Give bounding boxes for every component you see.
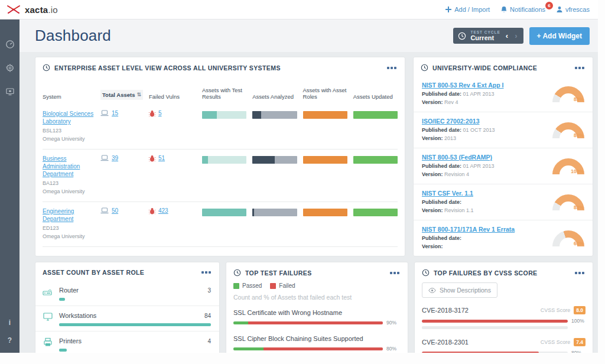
test-results-bar — [202, 111, 246, 119]
col-analyzed: Assets Analyzed — [252, 93, 297, 100]
updated-bar — [353, 111, 398, 119]
asset-role-row: Printers4 — [35, 332, 219, 353]
compliance-gauge: 83% — [552, 86, 584, 102]
standard-link[interactable]: NIST 800-171/171A Rev 1 Errata — [422, 226, 515, 233]
vuln-bug-icon — [149, 110, 155, 117]
bell-icon — [500, 6, 508, 13]
plus-icon — [445, 6, 452, 13]
clock-icon — [233, 269, 241, 277]
cvss-score-badge: 8.0 — [574, 306, 586, 314]
widget-menu-button[interactable] — [200, 270, 212, 275]
table-row: Engineering Department ED123 Omega Unive… — [43, 202, 398, 247]
standard-link[interactable]: NIST 800-53 (FedRAMP) — [422, 154, 495, 161]
compliance-item: NIST 800-171/171A Rev 1 Errata Published… — [414, 220, 593, 256]
widget-title: ASSET COUNT BY ASSET ROLE — [43, 269, 144, 276]
asset-role-row: Workstations84 — [35, 306, 219, 332]
show-descriptions-button[interactable]: Show Descriptions — [422, 282, 497, 298]
compliance-widget: UNIVERSITY-WIDE COMPLIANCE NIST 800-53 R… — [413, 57, 593, 256]
widget-title: TOP TEST FAILURES — [245, 269, 312, 277]
widget-menu-button[interactable] — [389, 271, 401, 275]
compliance-item: NIST 800-53 (FedRAMP) Published date: 01… — [414, 148, 593, 184]
failed-vulns-link[interactable]: 423 — [158, 207, 168, 214]
roles-bar — [303, 156, 347, 164]
test-results-bar — [202, 209, 246, 216]
clock-icon — [422, 269, 430, 277]
test-cycle-label: TEST CYCLE — [470, 30, 500, 34]
system-link[interactable]: Engineering Department — [43, 207, 95, 223]
widget-title: ENTERPRISE ASSET LEVEL VIEW ACROSS ALL U… — [54, 64, 281, 72]
test-cycle-value: Current — [470, 34, 500, 41]
test-cycle-prev-button[interactable]: ‹ — [505, 31, 509, 40]
laptop-icon — [100, 155, 109, 161]
system-link[interactable]: Business Administration Department — [43, 155, 95, 178]
page-bar: Dashboard TEST CYCLE Current ‹ › + Add W… — [19, 20, 598, 52]
asset-count-bar — [59, 298, 211, 301]
compliance-item: ISO/IEC 27002:2013 Published date: 01 OC… — [414, 112, 593, 148]
asset-monitor-icon[interactable] — [5, 87, 15, 96]
updated-bar — [353, 156, 398, 164]
total-assets-link[interactable]: 50 — [112, 207, 118, 214]
roles-bar — [303, 209, 347, 216]
asset-count-bar — [59, 349, 211, 352]
cvss-row: CVE-2018-2301 CVSS Score7.4 80% — [422, 338, 586, 353]
main-area: Dashboard TEST CYCLE Current ‹ › + Add W… — [19, 20, 598, 353]
notifications-link[interactable]: Notifications 6 — [500, 6, 545, 13]
app-window: xacta.io Add / Import Notifications 6 vf… — [0, 0, 598, 353]
sort-icon: ⇅ — [136, 92, 141, 98]
test-results-bar — [202, 156, 246, 164]
failed-vulns-link[interactable]: 5 — [158, 110, 162, 116]
workstation-icon — [43, 312, 53, 321]
col-test-results: Assets with Test Results — [202, 87, 246, 100]
total-assets-link[interactable]: 15 — [112, 110, 118, 116]
cvss-widget: TOP FAILURES BY CVSS SCORE Show Descript… — [414, 262, 593, 353]
widget-menu-button[interactable] — [574, 66, 586, 70]
compliance-item: NIST 800-53 Rev 4 Ext App I Published da… — [414, 76, 593, 112]
compliance-gauge: 60% — [552, 230, 584, 246]
failed-bar — [422, 352, 568, 353]
settings-gear-icon[interactable] — [5, 63, 15, 73]
widget-menu-button[interactable] — [386, 66, 398, 70]
help-icon[interactable]: ? — [8, 336, 12, 344]
cvss-row: CVE-2018-3172 CVSS Score8.0 100% — [422, 306, 586, 329]
standard-link[interactable]: NIST 800-53 Rev 4 Ext App I — [422, 82, 504, 89]
total-assets-link[interactable]: 39 — [112, 155, 118, 161]
vuln-bug-icon — [149, 207, 155, 214]
pass-fail-bar — [233, 321, 383, 324]
failed-vulns-link[interactable]: 51 — [158, 155, 165, 161]
laptop-icon — [100, 207, 109, 214]
standard-link[interactable]: NIST CSF Ver. 1.1 — [422, 190, 474, 197]
standard-link[interactable]: ISO/IEC 27002:2013 — [422, 118, 495, 125]
passed-bar — [422, 326, 568, 329]
info-icon[interactable]: i — [9, 318, 11, 327]
add-widget-button[interactable]: + Add Widget — [529, 27, 590, 45]
analyzed-bar — [252, 111, 297, 119]
asset-count-bar — [59, 323, 211, 326]
clock-icon — [458, 32, 466, 40]
vuln-bug-icon — [149, 155, 155, 162]
cve-id: CVE-2018-3172 — [422, 307, 469, 314]
test-cycle-next-button[interactable]: › — [513, 31, 518, 40]
passed-swatch — [233, 283, 239, 289]
add-import-link[interactable]: Add / Import — [445, 6, 490, 13]
enterprise-table: System Total Assets⇅ Failed Vulns Assets… — [35, 76, 405, 251]
analyzed-bar — [252, 209, 297, 216]
asset-count-widget: ASSET COUNT BY ASSET ROLE Router3 — [35, 262, 220, 353]
test-failure-row: SSL Certificate with Wrong Hostname 90% — [233, 309, 401, 326]
test-cycle-selector[interactable]: TEST CYCLE Current ‹ › — [453, 28, 523, 44]
router-icon — [43, 287, 53, 296]
table-row: Business Administration Department BA123… — [43, 150, 398, 202]
dashboard-gauge-icon[interactable] — [5, 40, 15, 49]
user-menu[interactable]: vfrescas — [556, 6, 590, 13]
clock-icon — [421, 64, 428, 72]
laptop-icon — [100, 110, 109, 116]
compliance-gauge: 100% — [552, 158, 584, 174]
system-link[interactable]: Biological Sciences Laboratory — [43, 110, 95, 125]
cvss-score-badge: 7.4 — [574, 338, 586, 346]
col-total-assets-sort[interactable]: Total Assets⇅ — [100, 90, 143, 100]
pass-fail-bar — [233, 347, 383, 350]
table-header-row: System Total Assets⇅ Failed Vulns Assets… — [43, 79, 398, 105]
brand-logo[interactable]: xacta.io — [6, 4, 58, 15]
legend: Passed Failed — [233, 282, 401, 289]
brand-text: xacta.io — [25, 5, 58, 15]
widget-menu-button[interactable] — [574, 271, 586, 275]
